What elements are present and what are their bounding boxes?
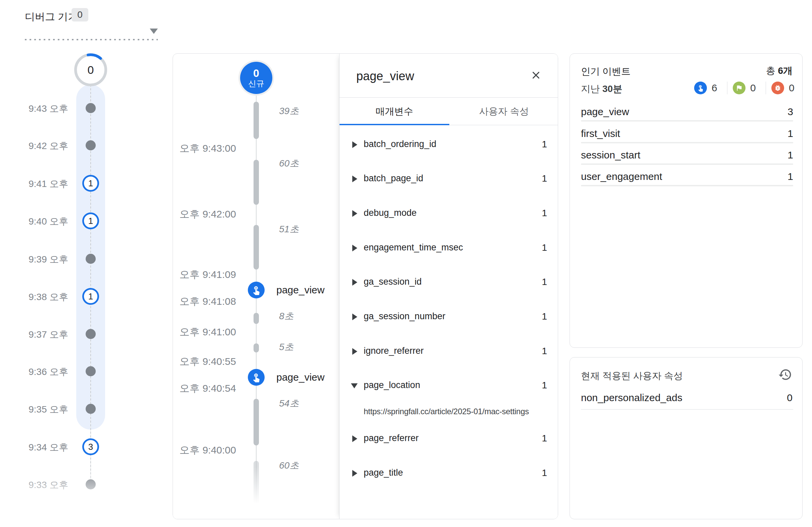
debug-device-label: 디버그 기기 (25, 10, 78, 24)
detail-tabbar: 매개변수 사용자 속성 (339, 98, 558, 125)
touch-event-count: 6 (712, 82, 722, 94)
user-properties-title: 현재 적용된 사용자 속성 (581, 369, 683, 382)
timeline-dot[interactable] (86, 254, 96, 264)
expand-arrow-icon (352, 470, 357, 477)
expand-arrow-icon (352, 141, 357, 148)
param-row[interactable]: engagement_time_msec 1 (339, 238, 558, 258)
user-properties-card: 현재 적용된 사용자 속성 non_personalized_ads 0 (569, 357, 802, 519)
stream-time-label: 오후 9:41:08 (173, 295, 236, 308)
param-row[interactable]: ga_session_id 1 (339, 272, 558, 292)
stream-duration-label: 39초 (279, 105, 299, 117)
timeline-dot[interactable] (86, 366, 96, 376)
touch-event-icon[interactable] (694, 82, 707, 94)
user-property-value: 0 (787, 392, 793, 404)
stream-duration-label: 51초 (279, 223, 299, 236)
new-events-count: 0 (253, 68, 259, 79)
timeline-time-label: 9:39 오후 (29, 253, 68, 266)
new-events-label: 신규 (248, 79, 264, 88)
stream-event-row[interactable]: page_view (248, 369, 324, 386)
timeline-count-marker[interactable]: 1 (82, 213, 99, 229)
window-bold: 30분 (603, 84, 622, 94)
top-events-card: 인기 이벤트 총 6개 지난 30분 6 0 (569, 53, 802, 348)
param-value: 1 (542, 433, 547, 444)
event-bar-track (581, 120, 793, 121)
event-bar-track (581, 185, 793, 186)
param-name: page_location (364, 380, 420, 390)
time-window-label: 지난 30분 (581, 83, 622, 95)
stream-event-name: page_view (276, 371, 324, 383)
timeline-dot[interactable] (86, 329, 96, 339)
stream-event-row[interactable]: page_view (248, 282, 324, 298)
stream-time-label: 오후 9:43:00 (173, 142, 236, 156)
param-value: 1 (542, 208, 547, 219)
active-tab-underline (339, 124, 449, 125)
stream-time-label: 오후 9:40:55 (173, 355, 236, 369)
param-name: debug_mode (364, 208, 417, 218)
event-bar-track (581, 142, 793, 143)
param-name: engagement_time_msec (364, 243, 463, 253)
expand-arrow-icon (352, 210, 357, 217)
param-detail-row: https://springfall.cc/article/2025-01/ma… (339, 402, 558, 422)
top-event-name: user_engagement (581, 171, 662, 182)
error-count: 0 (789, 82, 799, 94)
timeline-time-label: 9:42 오후 (29, 140, 68, 152)
param-row[interactable]: batch_page_id 1 (339, 169, 558, 189)
stream-activity-segment (253, 399, 259, 445)
stream-time-label: 오후 9:42:00 (173, 207, 236, 221)
total-count: 6개 (778, 65, 793, 76)
timeline-dot[interactable] (86, 140, 96, 150)
param-row[interactable]: page_title 1 (339, 463, 558, 483)
param-name: ignore_referrer (364, 346, 424, 356)
expand-arrow-icon (352, 245, 357, 251)
timeline-time-label: 9:43 오후 (29, 102, 68, 115)
expand-arrow-icon (352, 313, 357, 320)
top-event-name: page_view (581, 106, 629, 117)
stream-time-label: 오후 9:40:00 (173, 443, 236, 457)
param-name: page_referrer (364, 433, 419, 443)
timeline-dot[interactable] (86, 103, 96, 113)
history-icon[interactable] (778, 368, 792, 382)
new-events-badge: 0 신규 (240, 62, 272, 94)
total-prefix: 총 (766, 65, 778, 76)
param-value: 1 (542, 173, 547, 184)
stream-duration-label: 60초 (279, 157, 299, 170)
stream-duration-label: 5초 (279, 341, 294, 353)
param-name: ga_session_id (364, 277, 422, 287)
param-name: batch_page_id (364, 173, 423, 184)
param-row[interactable]: debug_mode 1 (339, 203, 558, 223)
stream-event-name: page_view (276, 284, 324, 296)
timeline-time-label: 9:35 오후 (29, 403, 68, 416)
param-value: 1 (542, 468, 547, 478)
stream-bottom-fade (173, 467, 339, 519)
timeline-count-marker[interactable]: 1 (82, 175, 99, 192)
timeline-count-marker[interactable]: 3 (82, 438, 99, 455)
stream-time-label: 오후 9:41:00 (173, 325, 236, 339)
param-row[interactable]: ignore_referrer 1 (339, 341, 558, 361)
timeline-dot[interactable] (86, 404, 96, 414)
param-row[interactable]: page_referrer 1 (339, 428, 558, 449)
device-dropdown-icon[interactable] (150, 29, 158, 34)
top-event-count: 3 (787, 106, 793, 117)
timeline-time-label: 9:38 오후 (29, 291, 68, 304)
window-prefix: 지난 (581, 84, 603, 94)
event-detail-panel: page_view 매개변수 사용자 속성 batch_ordering_id … (339, 54, 558, 519)
param-value: 1 (542, 277, 547, 287)
close-icon[interactable] (529, 69, 543, 82)
param-row[interactable]: page_location 1 (339, 375, 558, 395)
stream-time-label: 오후 9:41:09 (173, 268, 236, 282)
param-value: 1 (542, 139, 547, 150)
timeline-count-marker[interactable]: 1 (82, 288, 99, 305)
expand-arrow-icon (352, 435, 357, 442)
counter-divider (766, 82, 766, 94)
debug-device-count-badge: 0 (72, 8, 88, 21)
param-row[interactable]: ga_session_number 1 (339, 306, 558, 327)
bug-icon[interactable] (771, 82, 784, 94)
tab-parameters[interactable]: 매개변수 (339, 98, 449, 125)
tab-user-properties[interactable]: 사용자 속성 (449, 98, 559, 125)
expand-arrow-icon (352, 348, 357, 355)
param-row[interactable]: batch_ordering_id 1 (339, 134, 558, 155)
flag-icon[interactable] (733, 82, 745, 94)
stream-activity-segment (253, 225, 259, 269)
param-value: 1 (542, 346, 547, 356)
stream-duration-label: 54초 (279, 397, 299, 410)
